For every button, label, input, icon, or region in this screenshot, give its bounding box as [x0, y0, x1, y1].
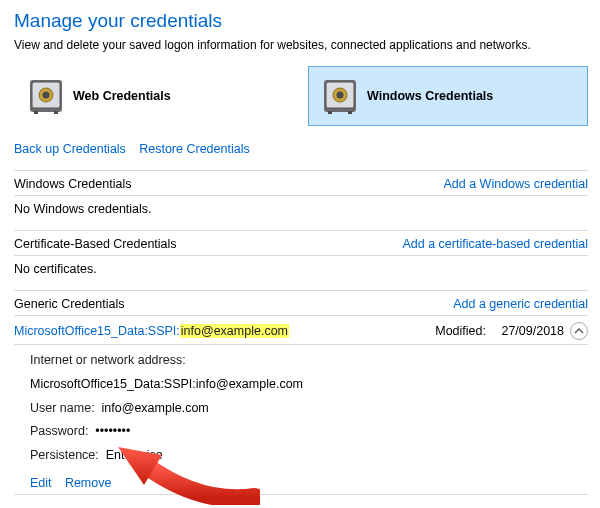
backup-credentials-link[interactable]: Back up Credentials: [14, 142, 126, 156]
remove-credential-link[interactable]: Remove: [65, 476, 112, 490]
svg-point-9: [337, 92, 344, 99]
detail-pass-value: ••••••••: [95, 424, 130, 438]
section-title-generic: Generic Credentials: [14, 297, 124, 311]
safe-icon: [319, 75, 361, 117]
windows-empty-text: No Windows credentials.: [14, 196, 588, 230]
divider: [14, 494, 588, 495]
tile-web-credentials[interactable]: Web Credentials: [14, 66, 294, 126]
detail-pass-label: Password:: [30, 420, 88, 444]
credential-entry-row: MicrosoftOffice15_Data:SSPI:info@example…: [14, 316, 588, 344]
safe-icon: [25, 75, 67, 117]
section-title-cert: Certificate-Based Credentials: [14, 237, 177, 251]
svg-rect-5: [54, 111, 58, 114]
svg-point-3: [43, 92, 50, 99]
add-cert-credential-link[interactable]: Add a certificate-based credential: [402, 237, 588, 251]
modified-label: Modified:: [435, 324, 486, 338]
tile-label: Web Credentials: [73, 89, 171, 103]
entry-name-prefix: MicrosoftOffice15_Data:SSPI:: [14, 324, 180, 338]
collapse-icon[interactable]: [570, 322, 588, 340]
svg-rect-11: [348, 111, 352, 114]
detail-address-label: Internet or network address:: [30, 349, 186, 373]
modified-value: 27/09/2018: [501, 324, 564, 338]
detail-address-value: MicrosoftOffice15_Data:SSPI:info@example…: [30, 377, 303, 391]
credential-backup-links: Back up Credentials Restore Credentials: [14, 142, 588, 156]
cert-empty-text: No certificates.: [14, 256, 588, 290]
detail-user-label: User name:: [30, 397, 95, 421]
page-title: Manage your credentials: [14, 10, 588, 32]
page-subtitle: View and delete your saved logon informa…: [14, 38, 588, 52]
tile-label: Windows Credentials: [367, 89, 493, 103]
svg-rect-4: [34, 111, 38, 114]
add-generic-credential-link[interactable]: Add a generic credential: [453, 297, 588, 311]
edit-credential-link[interactable]: Edit: [30, 476, 52, 490]
detail-user-value: info@example.com: [102, 401, 209, 415]
entry-name-highlight: info@example.com: [180, 324, 289, 338]
detail-persist-value: Enterprise: [106, 448, 163, 462]
detail-persist-label: Persistence:: [30, 444, 99, 468]
add-windows-credential-link[interactable]: Add a Windows credential: [443, 177, 588, 191]
restore-credentials-link[interactable]: Restore Credentials: [139, 142, 249, 156]
credential-type-tiles: Web Credentials Windows Credentials: [14, 66, 588, 126]
credential-details: Internet or network address: MicrosoftOf…: [14, 345, 588, 474]
section-title-windows: Windows Credentials: [14, 177, 131, 191]
tile-windows-credentials[interactable]: Windows Credentials: [308, 66, 588, 126]
svg-rect-10: [328, 111, 332, 114]
credential-entry-name[interactable]: MicrosoftOffice15_Data:SSPI:info@example…: [14, 324, 289, 338]
